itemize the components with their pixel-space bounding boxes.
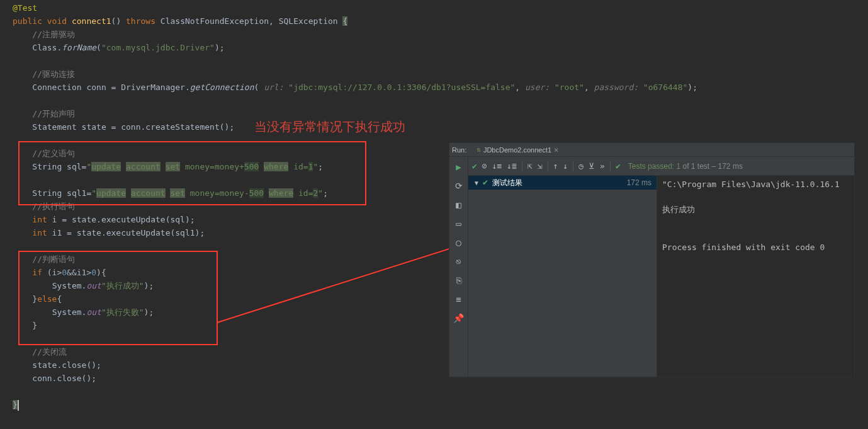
run-tab[interactable]: ⇅ JDbcDemo2.connect1 × — [473, 143, 562, 156]
layout-icon[interactable]: ▭ — [453, 217, 465, 230]
chevron-down-icon: ▼ — [473, 180, 480, 186]
down-icon[interactable]: ↓ — [563, 161, 568, 171]
export-icon[interactable]: ⎋ — [453, 255, 465, 268]
settings-icon[interactable]: ≡ — [453, 293, 465, 306]
toggle-icon[interactable]: ⟳ — [453, 180, 465, 192]
run-header: Run: ⇅ JDbcDemo2.connect1 × — [449, 143, 854, 157]
close-icon[interactable]: × — [554, 146, 558, 154]
console-line: 执行成功 — [662, 203, 849, 216]
console-output[interactable]: "C:\Program Files\Java\jdk-11.0.16.1 执行成… — [657, 176, 854, 377]
camera-icon[interactable]: ◯ — [453, 236, 465, 249]
sort2-icon[interactable]: ↓≣ — [507, 161, 517, 171]
check-icon[interactable]: ✔ — [472, 161, 477, 171]
clock-icon[interactable]: ◷ — [578, 161, 583, 171]
run-toolbar: ✔ ⊘ ↓≡ ↓≣ ⇱ ⇲ ↑ ↓ ◷ ⊻ » ✔ Tests passed: … — [468, 157, 854, 176]
expand-icon[interactable]: ⇱ — [527, 161, 533, 171]
sort-icon[interactable]: ↓≡ — [492, 161, 502, 171]
console-line: Process finished with exit code 0 — [662, 241, 849, 254]
annotation-label: 当没有异常情况下执行成功 — [254, 118, 405, 135]
collapse-icon[interactable]: ⇲ — [538, 161, 543, 171]
run-tab-icon: ⇅ — [476, 146, 481, 154]
test-annotation: @Test — [13, 3, 37, 13]
tests-passed-label: Tests passed: 1 of 1 test – 172 ms — [628, 162, 743, 171]
import-icon[interactable]: ⎘ — [453, 274, 465, 287]
test-tree[interactable]: ▼ ✔ 测试结果 172 ms — [468, 176, 657, 377]
passed-check-icon: ✔ — [616, 161, 621, 171]
test-tree-root[interactable]: ▼ ✔ 测试结果 172 ms — [468, 176, 657, 190]
run-gutter: ▶ ⟳ ◧ ▭ ◯ ⎋ ⎘ ≡ 📌 — [449, 157, 468, 377]
caret — [18, 400, 19, 411]
run-tab-name: JDbcDemo2.connect1 — [483, 146, 551, 154]
more-icon[interactable]: » — [600, 161, 605, 171]
pin-icon[interactable]: 📌 — [453, 312, 465, 324]
chart-icon[interactable]: ⊻ — [589, 161, 595, 171]
check-icon: ✔ — [482, 178, 488, 187]
run-label: Run: — [452, 146, 466, 154]
up-icon[interactable]: ↑ — [553, 161, 558, 171]
console-line: "C:\Program Files\Java\jdk-11.0.16.1 — [662, 178, 849, 191]
stop-icon[interactable]: ◧ — [453, 198, 465, 211]
disable-icon[interactable]: ⊘ — [482, 161, 487, 171]
rerun-icon[interactable]: ▶ — [453, 161, 465, 173]
run-tool-window: Run: ⇅ JDbcDemo2.connect1 × ▶ ⟳ ◧ ▭ ◯ ⎋ … — [449, 142, 855, 377]
